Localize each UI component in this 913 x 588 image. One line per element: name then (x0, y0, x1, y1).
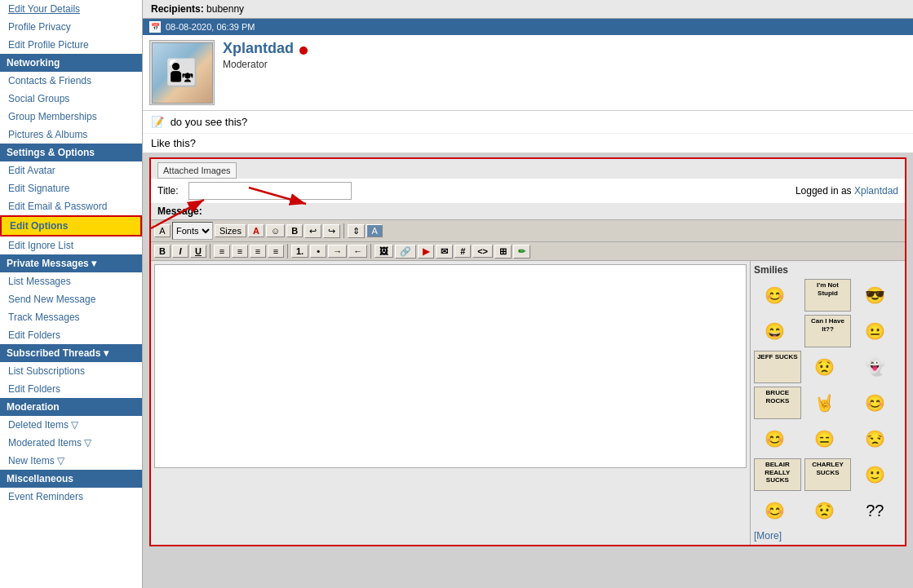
smiley-item[interactable]: 😒 (854, 422, 895, 455)
table-button[interactable]: ⊞ (494, 245, 512, 259)
username-link[interactable]: Xplantdad (223, 40, 294, 56)
undo-button[interactable]: ↩ (304, 224, 321, 238)
main-content: Recipients: bubenny 📅 08-08-2020, 06:39 … (143, 0, 913, 588)
like-text: Like this? (143, 134, 913, 153)
sidebar-item-event-reminders[interactable]: Event Reminders (0, 488, 142, 506)
sidebar-item-pictures-albums[interactable]: Pictures & Albums (0, 126, 142, 144)
sidebar-item-edit-folders-sub[interactable]: Edit Folders (0, 380, 142, 398)
smilies-header: Smilies (754, 264, 902, 276)
calendar-icon: 📅 (149, 21, 161, 33)
smiley-item[interactable]: ?? (854, 494, 895, 527)
post-body-text: do you see this? (171, 116, 248, 128)
sidebar-item-list-messages[interactable]: List Messages (0, 272, 142, 290)
font-select[interactable]: Fonts (172, 222, 213, 240)
smiley-item[interactable]: 🙂 (854, 458, 895, 491)
link-button[interactable]: 🔗 (395, 245, 416, 259)
sidebar-item-profile-privacy[interactable]: Profile Privacy (0, 18, 142, 36)
bold-button[interactable]: B (154, 245, 171, 258)
italic-button[interactable]: I (172, 245, 188, 258)
sidebar-item-moderated-items[interactable]: Moderated Items ▽ (0, 434, 142, 452)
logged-in-user-link[interactable]: Xplantdad (854, 185, 898, 197)
sidebar-section-subscribed-threads: Subscribed Threads ▾ (0, 344, 142, 362)
expand-button[interactable]: ⇕ (348, 224, 365, 238)
indent-button[interactable]: → (328, 245, 347, 258)
smiley-item[interactable]: 😐 (854, 315, 895, 347)
toolbar-separator (343, 223, 344, 238)
sidebar-item-edit-avatar[interactable]: Edit Avatar (0, 161, 142, 179)
eraser-button[interactable]: ✏ (513, 245, 530, 259)
sidebar-section-networking: Networking (0, 54, 142, 72)
justify-button[interactable]: ≡ (268, 245, 284, 258)
message-textarea[interactable] (154, 264, 747, 468)
sidebar-item-new-items[interactable]: New Items ▽ (0, 452, 142, 470)
smiley-button[interactable]: ☺ (266, 224, 285, 237)
smiley-item[interactable]: 😄 (754, 315, 795, 347)
sidebar-item-track-messages[interactable]: Track Messages (0, 308, 142, 326)
bold-format-button[interactable]: B (286, 224, 303, 237)
sidebar-item-edit-your-details[interactable]: Edit Your Details (0, 0, 142, 18)
smiley-item[interactable]: 😊 (754, 494, 795, 527)
unordered-list-button[interactable]: • (310, 245, 326, 258)
underline-button[interactable]: U (190, 245, 206, 258)
smiley-item[interactable]: 😊 (754, 422, 795, 455)
smiley-item[interactable]: I'm Not Stupid (804, 279, 852, 312)
sidebar-item-social-groups[interactable]: Social Groups (0, 90, 142, 108)
smiley-item[interactable]: 👻 (854, 351, 895, 383)
online-indicator (299, 46, 308, 55)
sidebar-item-list-subscriptions[interactable]: List Subscriptions (0, 362, 142, 380)
email-button[interactable]: ✉ (436, 245, 453, 259)
ordered-list-button[interactable]: 1. (291, 245, 308, 258)
redo-button[interactable]: ↪ (323, 224, 340, 238)
attached-images-label: Attached Images (157, 162, 237, 179)
align-right-button[interactable]: ≡ (250, 245, 266, 258)
toolbar-separator-2 (210, 244, 211, 259)
post-date: 08-08-2020, 06:39 PM (166, 22, 255, 32)
wysiwyg-button[interactable]: A (366, 224, 383, 237)
smiley-item[interactable]: 😟 (804, 351, 845, 383)
smiley-item[interactable]: 😑 (804, 422, 845, 455)
sidebar-item-edit-options[interactable]: Edit Options (0, 215, 142, 237)
font-color-button[interactable]: A (248, 224, 264, 237)
sizes-button[interactable]: Sizes (215, 224, 246, 237)
sidebar-item-edit-folders-pm[interactable]: Edit Folders (0, 326, 142, 344)
sidebar-section-miscellaneous: Miscellaneous (0, 470, 142, 488)
sidebar-item-contacts-friends[interactable]: Contacts & Friends (0, 72, 142, 90)
sidebar-item-send-new-message[interactable]: Send New Message (0, 290, 142, 308)
smiley-item[interactable]: CHARLEY SUCKS (804, 458, 852, 491)
smiley-item[interactable]: 😎 (854, 279, 895, 312)
post-body: 📝 do you see this? (143, 111, 913, 134)
hash-button[interactable]: # (454, 245, 471, 258)
font-style-button[interactable]: A (154, 224, 171, 237)
smiley-item[interactable]: Can I Have It?? (804, 315, 852, 347)
logged-in-text: Logged in as Xplantdad (796, 185, 898, 197)
image-button[interactable]: 🖼 (375, 245, 393, 258)
code-button[interactable]: <> (472, 245, 493, 258)
toolbar-separator-3 (287, 244, 288, 259)
sidebar-item-edit-ignore-list[interactable]: Edit Ignore List (0, 237, 142, 254)
title-input[interactable] (188, 182, 352, 200)
more-smilies-link[interactable]: [More] (754, 530, 902, 542)
recipients-value: bubenny (206, 3, 244, 15)
outdent-button[interactable]: ← (348, 245, 367, 258)
textarea-wrap (151, 261, 750, 545)
align-left-button[interactable]: ≡ (214, 245, 230, 258)
smiley-item[interactable]: BRUCE ROCKS (754, 387, 801, 419)
sidebar-item-edit-profile-picture[interactable]: Edit Profile Picture (0, 36, 142, 54)
smiley-item[interactable]: JEFF SUCKS (754, 351, 801, 383)
smiley-item[interactable]: 😊 (854, 387, 895, 419)
smilies-grid: 😊I'm Not Stupid😎😄Can I Have It??😐JEFF SU… (754, 279, 902, 527)
sidebar-item-deleted-items[interactable]: Deleted Items ▽ (0, 416, 142, 434)
sidebar-section-private-messages: Private Messages ▾ (0, 254, 142, 272)
smiley-item[interactable]: 😊 (754, 279, 795, 312)
smiley-item[interactable]: 😟 (804, 494, 845, 527)
sidebar-item-group-memberships[interactable]: Group Memberships (0, 108, 142, 126)
video-button[interactable]: ▶ (418, 245, 434, 259)
sidebar-item-edit-email-password[interactable]: Edit Email & Password (0, 197, 142, 215)
smiley-item[interactable]: 🤘 (804, 387, 845, 419)
post-area: Xplantdad Moderator (143, 35, 913, 111)
sidebar-item-edit-signature[interactable]: Edit Signature (0, 179, 142, 197)
smiley-item[interactable]: BELAIR REALLY SUCKS (754, 458, 801, 491)
message-label: Message: (151, 203, 905, 219)
editor-body: Smilies 😊I'm Not Stupid😎😄Can I Have It??… (151, 261, 905, 545)
align-center-button[interactable]: ≡ (232, 245, 248, 258)
